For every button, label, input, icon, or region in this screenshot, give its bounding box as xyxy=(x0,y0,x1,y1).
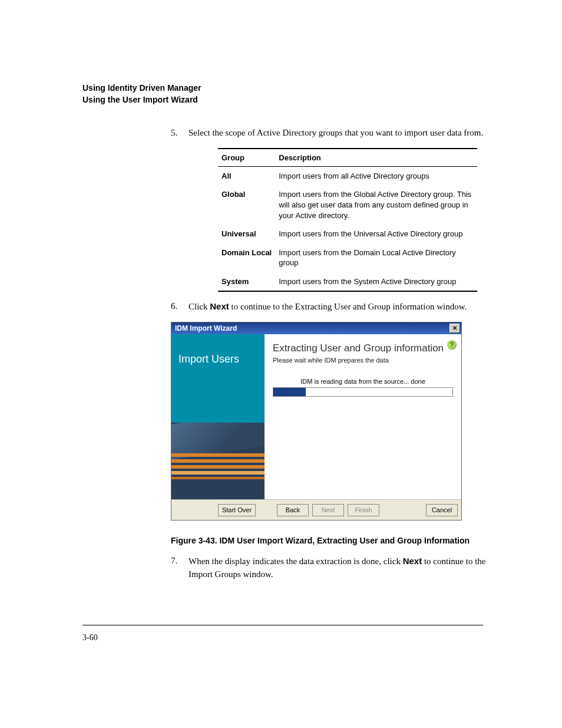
desc-cell: Import users from the Universal Active D… xyxy=(275,225,477,243)
step-7-number: 7. xyxy=(171,555,177,568)
step-6: 6. Click Next to continue to the Extract… xyxy=(171,300,489,314)
footer-rule xyxy=(82,625,483,625)
group-cell: All xyxy=(218,166,275,185)
wizard-side-title: Import Users xyxy=(171,334,265,423)
group-cell: Domain Local xyxy=(218,243,275,272)
wizard-main-panel: ? Extracting User and Group information … xyxy=(265,334,461,499)
step-7: 7. When the display indicates the data e… xyxy=(171,555,489,581)
group-cell: System xyxy=(218,272,275,292)
desc-cell: Import users from all Active Directory g… xyxy=(275,166,477,185)
step-7-text-prefix: When the display indicates the data extr… xyxy=(189,556,403,566)
table-row: Global Import users from the Global Acti… xyxy=(218,185,477,225)
running-header-line2: Using the User Import Wizard xyxy=(82,94,491,106)
help-icon[interactable]: ? xyxy=(447,340,457,350)
back-button[interactable]: Back xyxy=(277,504,309,516)
step-5-text: Select the scope of Active Directory gro… xyxy=(189,128,483,137)
wizard-progress-fill xyxy=(273,388,306,396)
group-table-head-description: Description xyxy=(275,149,477,167)
close-icon[interactable]: ✕ xyxy=(449,324,460,333)
step-5-number: 5. xyxy=(171,127,177,140)
figure-caption: Figure 3-43. IDM User Import Wizard, Ext… xyxy=(171,536,489,545)
page-number: 3-60 xyxy=(82,633,98,643)
running-header: Using Identity Driven Manager Using the … xyxy=(82,83,491,106)
wizard-subtext: Please wait while IDM prepares the data xyxy=(273,357,453,364)
wizard-title: IDM Import Wizard xyxy=(175,324,449,332)
table-row: All Import users from all Active Directo… xyxy=(218,166,477,185)
step-7-bold: Next xyxy=(403,556,422,566)
group-cell: Global xyxy=(218,185,275,225)
cancel-button[interactable]: Cancel xyxy=(426,504,458,516)
wizard-footer: Start Over Back Next Finish Cancel xyxy=(171,499,461,520)
finish-button[interactable]: Finish xyxy=(348,504,379,516)
table-row: Domain Local Import users from the Domai… xyxy=(218,243,477,272)
wizard-titlebar: IDM Import Wizard ✕ xyxy=(171,322,461,334)
desc-cell: Import users from the Domain Local Activ… xyxy=(275,243,477,272)
table-row: Universal Import users from the Universa… xyxy=(218,225,477,243)
group-scope-table: Group Description All Import users from … xyxy=(218,148,477,292)
wizard-progress-bar xyxy=(273,387,453,397)
wizard-side-graphic xyxy=(171,423,265,499)
start-over-button[interactable]: Start Over xyxy=(218,504,256,516)
step-6-bold: Next xyxy=(210,301,229,311)
wizard-window: IDM Import Wizard ✕ Import Users ? xyxy=(171,322,462,521)
wizard-side-panel: Import Users xyxy=(171,334,265,499)
wizard-progress-label: IDM is reading data from the source... d… xyxy=(273,378,453,385)
next-button[interactable]: Next xyxy=(312,504,344,516)
wizard-heading: Extracting User and Group information xyxy=(273,342,453,354)
desc-cell: Import users from the System Active Dire… xyxy=(275,272,477,292)
step-6-text-suffix: to continue to the Extracting User and G… xyxy=(229,302,467,311)
step-6-text-prefix: Click xyxy=(189,302,210,311)
running-header-line1: Using Identity Driven Manager xyxy=(82,83,491,94)
group-table-head-group: Group xyxy=(218,149,275,167)
step-5: 5. Select the scope of Active Directory … xyxy=(171,127,489,140)
table-row: System Import users from the System Acti… xyxy=(218,272,477,292)
step-6-number: 6. xyxy=(171,300,177,313)
desc-cell: Import users from the Global Active Dire… xyxy=(275,185,477,225)
group-cell: Universal xyxy=(218,225,275,243)
